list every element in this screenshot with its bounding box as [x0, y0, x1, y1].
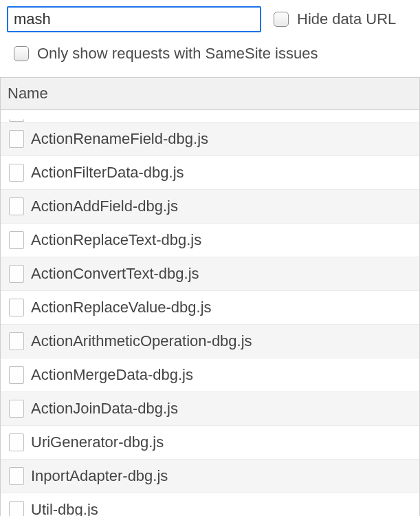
- file-name: ActionReplaceValue-dbg.js: [31, 299, 212, 316]
- table-row[interactable]: [1, 110, 419, 122]
- file-name: ActionJoinData-dbg.js: [31, 400, 178, 418]
- file-icon: [9, 366, 24, 384]
- network-panel: Hide data URL Only show requests with Sa…: [0, 0, 420, 516]
- table-row[interactable]: ActionReplaceText-dbg.js: [1, 224, 419, 257]
- table-row[interactable]: ActionRenameField-dbg.js: [1, 122, 419, 156]
- toolbar-row-1: Hide data URL: [7, 4, 413, 34]
- file-name: ActionRenameField-dbg.js: [31, 130, 208, 148]
- file-icon: [9, 433, 24, 451]
- file-icon: [9, 299, 24, 316]
- request-rows: ActionRenameField-dbg.js ActionFilterDat…: [1, 110, 419, 516]
- file-icon: [9, 265, 24, 283]
- table-row[interactable]: UriGenerator-dbg.js: [1, 426, 419, 460]
- file-name: ActionAddField-dbg.js: [31, 197, 178, 215]
- file-name: InportAdapter-dbg.js: [31, 467, 168, 485]
- file-name: ActionFilterData-dbg.js: [31, 164, 184, 182]
- file-icon: [9, 164, 24, 182]
- only-samesite-group[interactable]: Only show requests with SameSite issues: [7, 39, 413, 69]
- hide-data-urls-label: Hide data URL: [297, 10, 396, 28]
- file-name: UriGenerator-dbg.js: [31, 433, 164, 451]
- file-icon: [9, 400, 24, 418]
- file-icon: [9, 501, 24, 516]
- table-row[interactable]: Util-dbg.js: [1, 493, 419, 516]
- table-row[interactable]: ActionAddField-dbg.js: [1, 190, 419, 224]
- table-row[interactable]: ActionReplaceValue-dbg.js: [1, 291, 419, 325]
- table-row[interactable]: ActionFilterData-dbg.js: [1, 156, 419, 190]
- column-header-name[interactable]: Name: [1, 78, 419, 110]
- table-row[interactable]: InportAdapter-dbg.js: [1, 460, 419, 493]
- request-table: Name ActionRenameField-dbg.js ActionFilt…: [0, 77, 420, 516]
- only-samesite-label: Only show requests with SameSite issues: [37, 45, 318, 63]
- file-name: ActionArithmeticOperation-dbg.js: [31, 332, 252, 350]
- hide-data-urls-group[interactable]: Hide data URL: [274, 10, 396, 28]
- filter-input[interactable]: [7, 6, 261, 32]
- toolbar: Hide data URL Only show requests with Sa…: [0, 0, 420, 69]
- checkbox-icon[interactable]: [274, 12, 289, 27]
- file-icon: [9, 197, 24, 215]
- file-icon: [9, 332, 24, 350]
- file-icon: [9, 130, 24, 148]
- table-row[interactable]: ActionJoinData-dbg.js: [1, 392, 419, 426]
- file-name: Util-dbg.js: [31, 501, 98, 516]
- table-row[interactable]: ActionConvertText-dbg.js: [1, 257, 419, 291]
- file-name: ActionReplaceText-dbg.js: [31, 231, 201, 249]
- table-row[interactable]: ActionArithmeticOperation-dbg.js: [1, 325, 419, 358]
- checkbox-icon[interactable]: [14, 46, 29, 61]
- file-name: ActionMergeData-dbg.js: [31, 366, 193, 384]
- file-name: ActionConvertText-dbg.js: [31, 265, 199, 283]
- file-icon: [9, 467, 24, 485]
- file-icon: [9, 231, 24, 249]
- file-icon: [9, 119, 24, 122]
- table-row[interactable]: ActionMergeData-dbg.js: [1, 358, 419, 392]
